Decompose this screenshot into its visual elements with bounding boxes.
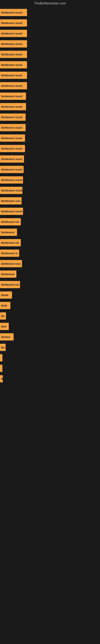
bar-label: Bottleneck result [1, 32, 22, 35]
bar-label: Bottleneck [1, 273, 14, 276]
bar-row: Bottleneck res [0, 237, 100, 248]
bottleneck-bar: Bottlen [0, 333, 14, 340]
bar-row [0, 499, 100, 509]
bar-label: Bottleneck resu [1, 200, 21, 202]
bar-label: Bottleneck result [1, 210, 22, 213]
bar-label: Bottleneck [1, 231, 14, 234]
bottleneck-bar: Bottl [0, 302, 10, 309]
bar-row: Bott [0, 321, 100, 331]
bar-label: Bottleneck result [1, 22, 22, 24]
bar-label: Bottleneck result [1, 137, 22, 140]
bottleneck-bar: Bott [0, 323, 9, 330]
bar-row: Bottleneck resu [0, 258, 100, 268]
bar-row: Bottleneck resu [0, 195, 100, 206]
bottleneck-bar: Bottleneck result [0, 187, 22, 194]
bar-row: Bottleneck result [0, 153, 100, 164]
bar-row: Bottleneck result [0, 206, 100, 216]
bottleneck-bar: B [0, 375, 3, 382]
bar-row: Bottleneck result [0, 80, 100, 90]
bottleneck-bar: Bottleneck result [0, 9, 27, 16]
bar-label: Bottleneck result [1, 11, 22, 14]
bar-row [0, 436, 100, 446]
bar-label: Bottleneck result [1, 42, 22, 46]
bar-label: Bo [1, 346, 4, 349]
bar-row: Bottle [0, 290, 100, 300]
bar-label: Bottleneck result [1, 116, 22, 119]
bar-label: Bo [1, 314, 4, 318]
bar-row: Bottleneck result [0, 174, 100, 185]
bar-row: Bottleneck result [0, 17, 100, 28]
site-title: TheBottlenecker.com [0, 0, 100, 6]
bar-row: Bottleneck result [0, 101, 100, 112]
bottleneck-bar: Bottleneck result [0, 30, 27, 37]
bar-row: Bottleneck result [0, 38, 100, 49]
bar-label: Bottleneck result [1, 84, 22, 87]
bar-row: Bottleneck re [0, 248, 100, 258]
bar-row [0, 352, 100, 363]
bar-row: Bottleneck result [0, 90, 100, 101]
bottleneck-bar: Bottleneck result [0, 72, 27, 79]
bottleneck-bar: Bottleneck resu [0, 197, 22, 204]
bottleneck-bar: Bottleneck result [0, 19, 27, 26]
bar-row [0, 457, 100, 467]
bar-row [0, 446, 100, 457]
bar-row [0, 426, 100, 436]
bar-row [0, 363, 100, 373]
bar-row: Bottleneck res [0, 279, 100, 290]
bar-row: Bottleneck [0, 268, 100, 279]
bar-row: Bottleneck [0, 226, 100, 237]
bottleneck-bar: Bottleneck res [0, 281, 20, 288]
bar-label: Bottleneck re [1, 252, 18, 255]
bottleneck-bar: Bottleneck resu [0, 260, 22, 267]
bar-row: Bo [0, 342, 100, 352]
bar-label: Bottlen [1, 336, 10, 338]
bottleneck-bar: Bottleneck result [0, 155, 24, 162]
bar-label: Bottleneck result [1, 168, 22, 171]
bar-label: Bottleneck result [1, 189, 22, 192]
bar-row: Bottleneck result [0, 70, 100, 80]
bar-label: Bottleneck result [1, 147, 22, 150]
bar-label: Bottleneck res [1, 241, 19, 244]
bar-row: Bottleneck result [0, 164, 100, 174]
bar-label: Bottleneck result [1, 64, 22, 66]
bar-row: Bottlen [0, 331, 100, 342]
bottleneck-bar: Bottleneck re [0, 250, 19, 257]
bar-row: Bottleneck result [0, 132, 100, 143]
bar-label: Bott [1, 325, 6, 328]
bottleneck-bar: Bottleneck res [0, 239, 21, 246]
bottleneck-bar [0, 354, 2, 362]
bar-row: Bottl [0, 300, 100, 310]
bar-row: B [0, 373, 100, 384]
bar-row: Bottleneck result [0, 59, 100, 70]
bar-label: Bottleneck result [1, 53, 22, 56]
bar-row [0, 404, 100, 415]
bottleneck-bar: Bottleneck result [0, 166, 24, 173]
bar-label: Bottleneck result [1, 74, 22, 77]
bottleneck-bar: Bo [0, 312, 6, 320]
bar-label: Bottleneck result [1, 178, 22, 182]
bar-row [0, 467, 100, 478]
bar-label: B [1, 377, 3, 380]
bar-row: Bottleneck result [0, 185, 100, 195]
bottleneck-bar: Bottleneck result [0, 103, 26, 110]
bar-row [0, 478, 100, 488]
bottleneck-bar: Bottleneck result [0, 134, 25, 142]
bottleneck-bar: Bottleneck result [0, 92, 26, 100]
bar-row: Bottleneck result [0, 143, 100, 153]
bar-label: Bottleneck resu [1, 262, 21, 265]
bar-row: Bottleneck result [0, 122, 100, 132]
bar-label: Bottleneck result [1, 95, 22, 98]
bar-row [0, 488, 100, 499]
bar-label: Bottle [1, 294, 9, 297]
bottleneck-bar: Bottleneck result [0, 208, 23, 215]
bar-row: Bottleneck res [0, 216, 100, 226]
bar-label: Bottleneck res [1, 220, 19, 224]
bottleneck-bar: Bottleneck result [0, 124, 26, 131]
bar-row: Bottleneck result [0, 28, 100, 38]
bar-row [0, 394, 100, 404]
bar-label: Bottleneck result [1, 105, 22, 108]
bottleneck-bar: Bottleneck result [0, 176, 23, 184]
bar-row [0, 384, 100, 394]
bottleneck-bar: Bottleneck result [0, 114, 26, 121]
bottleneck-bar: Bottleneck res [0, 218, 21, 226]
